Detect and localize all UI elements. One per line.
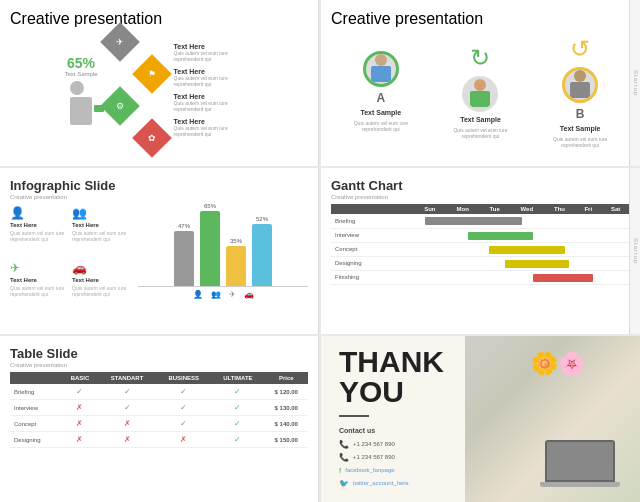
gantt-header-label bbox=[331, 204, 414, 214]
gantt-bar-finishing bbox=[533, 274, 594, 282]
contact-facebook: f facebook_fanpage bbox=[339, 466, 475, 475]
row-interview-business: ✓ bbox=[156, 400, 211, 416]
gantt-header-mon: Mon bbox=[446, 204, 480, 214]
row-briefing-price: $ 120.00 bbox=[264, 384, 308, 400]
gantt-header-wed: Wed bbox=[510, 204, 544, 214]
gantt-label-concept: Concept bbox=[331, 242, 414, 256]
check-icon: ✓ bbox=[234, 419, 241, 428]
check-icon: ✓ bbox=[180, 387, 187, 396]
avatar-a bbox=[363, 51, 399, 87]
person-a-sub: Quis autem vel eum iure reprehenderit qu… bbox=[346, 120, 416, 132]
laptop-base bbox=[540, 482, 620, 487]
figure-head bbox=[70, 81, 84, 95]
phone2-icon: 📞 bbox=[339, 453, 349, 462]
flowers-decoration: 🌼🌸 bbox=[531, 351, 585, 377]
slide-4-gantt: Gantt Chart Creative presentation Sun Mo… bbox=[321, 168, 640, 334]
gantt-bar-cell-finishing bbox=[414, 270, 630, 284]
thank-line2: YOU bbox=[339, 375, 404, 408]
slide2-title: Creative presentation bbox=[331, 10, 630, 28]
bar-icon-3: ✈ bbox=[229, 290, 236, 299]
check-icon: ✓ bbox=[234, 435, 241, 444]
bar2-pct: 65% bbox=[204, 203, 216, 209]
contact-phone2: 📞 +1 234 567 890 bbox=[339, 453, 475, 462]
check-icon: ✓ bbox=[124, 403, 131, 412]
background-photo: 🌼🌸 bbox=[465, 336, 640, 502]
arrow-yellow: ↺ bbox=[570, 35, 590, 63]
twitter-icon: 🐦 bbox=[339, 479, 349, 488]
diamond-4: ✿ bbox=[132, 118, 172, 158]
laptop-screen bbox=[545, 440, 615, 482]
check-icon: ✓ bbox=[180, 419, 187, 428]
facebook-text: facebook_fanpage bbox=[345, 467, 394, 473]
icon-item-3: ✈ Text Here Quis autem vel eum iure repr… bbox=[10, 261, 68, 312]
percent-label: Text Sample bbox=[64, 71, 97, 77]
head-b bbox=[574, 70, 586, 82]
person-b-label: Text Sample bbox=[560, 125, 601, 132]
gantt-header-thu: Thu bbox=[544, 204, 575, 214]
head-center bbox=[474, 79, 486, 91]
slide3-subtitle: Creative presentation bbox=[10, 194, 308, 200]
bar-icon-1: 👤 bbox=[193, 290, 203, 299]
slide1-content: 65% Text Sample ✈ ⚑ ⚙ ✿ bbox=[10, 28, 308, 152]
avatar-center bbox=[462, 76, 498, 112]
bar-1: 47% bbox=[174, 223, 194, 286]
bar3-shape bbox=[226, 246, 246, 286]
slide-1-infographic: Creative presentation 65% Text Sample ✈ bbox=[0, 0, 319, 166]
bar4-shape bbox=[252, 224, 272, 286]
row-concept-price: $ 140.00 bbox=[264, 416, 308, 432]
col-business: BUSINESS bbox=[156, 372, 211, 384]
text-item-3: Text Here Quis autem vel eum iure repreh… bbox=[174, 93, 254, 112]
pricing-header-row: BASIC STANDART BUSINESS ULTIMATE Price bbox=[10, 372, 308, 384]
gantt-bar-interview bbox=[468, 232, 533, 240]
person-center: Text Sample Quis autem vel eum iure repr… bbox=[445, 76, 515, 139]
row-briefing-business: ✓ bbox=[156, 384, 211, 400]
letter-b: B bbox=[576, 107, 585, 121]
row-interview-price: $ 130.00 bbox=[264, 400, 308, 416]
bar1-pct: 47% bbox=[178, 223, 190, 229]
twitter-text: twitter_account_here bbox=[353, 480, 409, 486]
check-icon: ✓ bbox=[124, 387, 131, 396]
cross-icon: ✗ bbox=[76, 419, 83, 428]
bar-4: 52% bbox=[252, 216, 272, 286]
check-icon: ✓ bbox=[234, 403, 241, 412]
gantt-row-designing: Designing bbox=[331, 256, 630, 270]
pricing-table: BASIC STANDART BUSINESS ULTIMATE Price B… bbox=[10, 372, 308, 448]
arrows-middle: ↻ Text Sample Quis autem vel eum iure re… bbox=[445, 44, 515, 139]
gantt-bar-cell-designing bbox=[414, 256, 630, 270]
bars-area: 47% 65% 35% 52% bbox=[138, 206, 308, 286]
text-item-1: Text Here Quis autem vel eum iure repreh… bbox=[174, 43, 254, 62]
arrow-right: ↻ bbox=[470, 44, 490, 72]
icon-3: ✈ bbox=[10, 261, 68, 275]
body-center bbox=[470, 91, 490, 107]
gantt-label-interview: Interview bbox=[331, 228, 414, 242]
percent-value: 65% bbox=[64, 55, 97, 71]
bar-icon-2: 👥 bbox=[211, 290, 221, 299]
icon-item-4: 🚗 Text Here Quis autem vel eum iure repr… bbox=[72, 261, 130, 312]
bar2-shape bbox=[200, 211, 220, 286]
sidebar-label-1: Startup bbox=[633, 70, 639, 96]
icon-grid: 👤 Text Here Quis autem vel eum iure repr… bbox=[10, 206, 130, 312]
avatar-person-b bbox=[568, 70, 592, 100]
bar-chart: 47% 65% 35% 52% 👤 👥 bbox=[138, 206, 308, 312]
cross-icon: ✗ bbox=[76, 403, 83, 412]
gantt-bar-designing bbox=[505, 260, 570, 268]
col-label bbox=[10, 372, 62, 384]
pricing-row-briefing: Briefing ✓ ✓ ✓ ✓ $ 120.00 bbox=[10, 384, 308, 400]
row-concept-ultimate: ✓ bbox=[211, 416, 264, 432]
row-label-designing: Designing bbox=[10, 432, 62, 448]
gantt-row-interview: Interview bbox=[331, 228, 630, 242]
figure-body bbox=[70, 97, 92, 125]
gantt-bar-cell-interview bbox=[414, 228, 630, 242]
icon-item-2: 👥 Text Here Quis autem vel eum iure repr… bbox=[72, 206, 130, 257]
avatar-person-a bbox=[369, 54, 393, 84]
diamond-grid: ✈ ⚑ ⚙ ✿ bbox=[106, 28, 166, 152]
cross-icon: ✗ bbox=[124, 419, 131, 428]
slide3-content: 👤 Text Here Quis autem vel eum iure repr… bbox=[10, 206, 308, 312]
thank-divider bbox=[339, 415, 369, 417]
bar3-pct: 35% bbox=[230, 238, 242, 244]
body-a bbox=[371, 66, 391, 82]
gantt-bar-cell-briefing bbox=[414, 214, 630, 228]
person-center-sub: Quis autem vel eum iure reprehenderit qu… bbox=[445, 127, 515, 139]
contact-title: Contact us bbox=[339, 427, 475, 434]
body-b bbox=[570, 82, 590, 98]
